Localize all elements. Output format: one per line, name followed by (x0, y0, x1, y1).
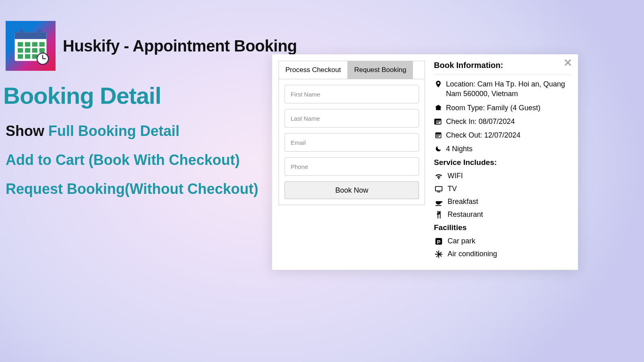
svg-rect-30 (439, 135, 440, 136)
service-tv-label: TV (448, 185, 457, 193)
moon-icon (434, 145, 443, 153)
checkout-text: Check Out: 12/07/2024 (446, 130, 520, 140)
checkin-text: Check In: 08/07/2024 (446, 117, 515, 126)
svg-rect-12 (18, 54, 23, 59)
divider (434, 74, 571, 74)
calendar-icon (12, 27, 50, 65)
svg-rect-10 (32, 48, 37, 53)
tv-icon (434, 185, 444, 193)
snowflake-icon (434, 250, 444, 259)
service-restaurant: Restaurant (434, 210, 571, 219)
full-booking-detail-link[interactable]: Full Booking Detail (48, 123, 180, 139)
location-icon (434, 80, 443, 88)
booking-form-column: Process Checkout Request Booking Book No… (272, 54, 431, 270)
calendar-out-icon (434, 131, 443, 139)
location-text: Location: Cam Ha Tp. Hoi an, Quang Nam 5… (446, 79, 571, 99)
room-type-row: Room Type: Family (4 Guest) (434, 103, 571, 113)
svg-rect-1 (15, 32, 47, 39)
room-type-text: Room Type: Family (4 Guest) (446, 103, 541, 113)
tab-request-booking[interactable]: Request Booking (348, 61, 413, 79)
svg-rect-35 (437, 191, 440, 192)
show-prefix: Show (6, 123, 48, 139)
svg-rect-29 (438, 135, 439, 136)
svg-rect-2 (20, 29, 23, 36)
form-tabs: Process Checkout Request Booking (279, 61, 425, 79)
facility-carpark: P Car park (434, 237, 571, 246)
coffee-icon (434, 197, 444, 206)
form-body: Book Now (279, 79, 425, 205)
first-name-input[interactable] (285, 85, 419, 103)
svg-rect-22 (438, 121, 439, 122)
svg-rect-7 (39, 42, 45, 47)
svg-rect-9 (25, 48, 30, 53)
nights-row: 4 Nights (434, 144, 571, 154)
svg-rect-23 (439, 121, 440, 122)
svg-rect-31 (436, 136, 438, 137)
svg-text:P: P (437, 239, 441, 245)
parking-icon: P (434, 237, 444, 246)
svg-rect-11 (39, 48, 45, 53)
wifi-icon (434, 172, 444, 181)
phone-input[interactable] (285, 157, 419, 176)
app-title: Huskify - Appointment Booking (63, 37, 297, 55)
facility-ac-label: Air conditioning (448, 250, 497, 258)
service-restaurant-label: Restaurant (448, 210, 483, 219)
svg-rect-34 (436, 187, 442, 190)
svg-rect-3 (38, 29, 41, 36)
calendar-in-icon (434, 117, 443, 125)
tab-process-checkout[interactable]: Process Checkout (279, 61, 348, 79)
service-breakfast-label: Breakfast (448, 197, 478, 206)
facility-carpark-label: Car park (448, 237, 475, 245)
nights-text: 4 Nights (446, 144, 473, 154)
location-row: Location: Cam Ha Tp. Hoi an, Quang Nam 5… (434, 79, 571, 99)
service-includes-title: Service Includes: (434, 158, 571, 167)
utensils-icon (434, 210, 444, 219)
facility-ac: Air conditioning (434, 250, 571, 259)
last-name-input[interactable] (285, 109, 419, 128)
booking-info-column: Book Information: Location: Cam Ha Tp. H… (431, 54, 578, 270)
book-info-title: Book Information: (434, 61, 571, 70)
book-now-button[interactable]: Book Now (285, 181, 419, 199)
svg-rect-6 (32, 42, 37, 47)
svg-rect-28 (436, 135, 438, 136)
service-tv: TV (434, 185, 571, 193)
close-icon[interactable]: ✕ (564, 57, 572, 69)
checkout-row: Check Out: 12/07/2024 (434, 130, 571, 140)
checkin-row: Check In: 08/07/2024 (434, 117, 571, 126)
facilities-title: Facilities (434, 223, 571, 232)
svg-rect-8 (18, 48, 23, 53)
service-wifi: WIFI (434, 172, 571, 181)
service-breakfast: Breakfast (434, 197, 571, 206)
svg-rect-32 (438, 136, 439, 137)
svg-rect-4 (18, 42, 23, 47)
booking-modal: ✕ Process Checkout Request Booking Book … (272, 54, 578, 270)
booking-form: Process Checkout Request Booking Book No… (279, 61, 425, 205)
svg-rect-13 (25, 54, 30, 59)
email-input[interactable] (285, 133, 419, 152)
svg-rect-21 (436, 121, 438, 122)
svg-rect-25 (438, 122, 439, 123)
svg-rect-5 (25, 42, 30, 47)
app-logo (6, 21, 56, 71)
service-wifi-label: WIFI (448, 172, 463, 180)
room-icon (434, 104, 443, 112)
svg-rect-24 (436, 122, 438, 123)
